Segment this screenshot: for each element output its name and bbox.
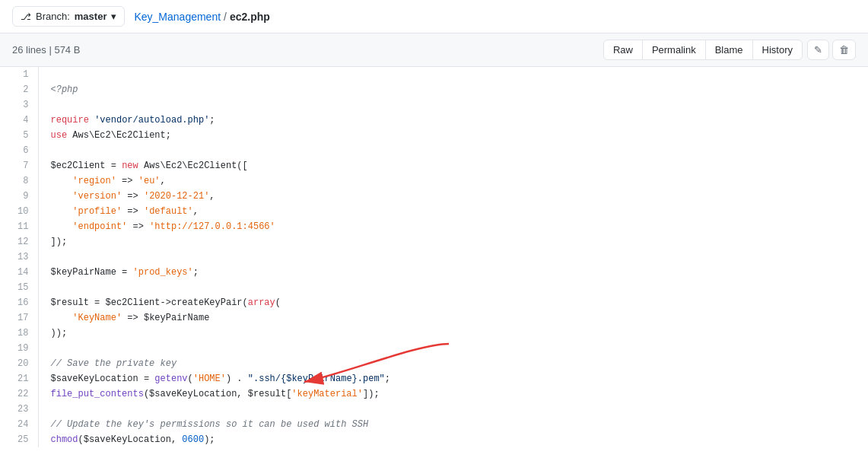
line-number: 4 bbox=[0, 113, 38, 128]
table-row: 21 $saveKeyLocation = getenv('HOME') . "… bbox=[0, 371, 868, 386]
raw-button[interactable]: Raw bbox=[603, 40, 643, 60]
table-row: 10 'profile' => 'default', bbox=[0, 204, 868, 219]
table-row: 13 bbox=[0, 250, 868, 265]
line-number: 13 bbox=[0, 250, 38, 265]
trash-icon: 🗑 bbox=[839, 44, 849, 56]
line-number: 15 bbox=[0, 280, 38, 295]
edit-button[interactable]: ✎ bbox=[807, 40, 829, 60]
file-meta-bar: 26 lines | 574 B Raw Permalink Blame His… bbox=[0, 33, 868, 67]
table-row: 22 file_put_contents($saveKeyLocation, $… bbox=[0, 386, 868, 402]
line-number: 2 bbox=[0, 82, 38, 97]
branch-name: master bbox=[75, 11, 107, 22]
line-number: 10 bbox=[0, 204, 38, 219]
line-code: // Save the private key bbox=[38, 356, 868, 371]
table-row: 20 // Save the private key bbox=[0, 356, 868, 371]
line-code: 'profile' => 'default', bbox=[38, 204, 868, 219]
permalink-button[interactable]: Permalink bbox=[642, 40, 706, 60]
line-code: 'KeyName' => $keyPairName bbox=[38, 310, 868, 326]
table-row: 5 use Aws\Ec2\Ec2Client; bbox=[0, 128, 868, 143]
breadcrumb-link[interactable]: Key_Management bbox=[134, 11, 221, 23]
line-code: 'endpoint' => 'http://127.0.0.1:4566' bbox=[38, 219, 868, 234]
line-code: 'region' => 'eu', bbox=[38, 173, 868, 189]
line-code: chmod($saveKeyLocation, 0600); bbox=[38, 432, 868, 447]
line-code bbox=[38, 402, 868, 417]
line-code: use Aws\Ec2\Ec2Client; bbox=[38, 128, 868, 143]
code-wrapper: 1 2 <?php 3 4 require 'vendor/autoload.p… bbox=[0, 67, 868, 447]
line-code bbox=[38, 67, 868, 82]
table-row: 19 bbox=[0, 341, 868, 356]
table-row: 9 'version' => '2020-12-21', bbox=[0, 189, 868, 204]
table-row: 12 ]); bbox=[0, 234, 868, 250]
line-code: file_put_contents($saveKeyLocation, $res… bbox=[38, 386, 868, 402]
line-number: 14 bbox=[0, 265, 38, 280]
line-number: 25 bbox=[0, 432, 38, 447]
blame-button[interactable]: Blame bbox=[705, 40, 753, 60]
line-code: $ec2Client = new Aws\Ec2\Ec2Client([ bbox=[38, 158, 868, 173]
table-row: 14 $keyPairName = 'prod_keys'; bbox=[0, 265, 868, 280]
line-number: 1 bbox=[0, 67, 38, 82]
line-number: 3 bbox=[0, 97, 38, 113]
line-code: ]); bbox=[38, 234, 868, 250]
table-row: 8 'region' => 'eu', bbox=[0, 173, 868, 189]
line-number: 21 bbox=[0, 371, 38, 386]
breadcrumb-separator: / bbox=[224, 11, 227, 23]
line-code bbox=[38, 143, 868, 158]
line-code: 'version' => '2020-12-21', bbox=[38, 189, 868, 204]
table-row: 3 bbox=[0, 97, 868, 113]
line-number: 7 bbox=[0, 158, 38, 173]
line-code: <?php bbox=[38, 82, 868, 97]
table-row: 15 bbox=[0, 280, 868, 295]
breadcrumb: Key_Management / ec2.php bbox=[134, 11, 269, 23]
line-number: 24 bbox=[0, 417, 38, 432]
line-number: 6 bbox=[0, 143, 38, 158]
branch-icon: ⎇ bbox=[21, 11, 31, 22]
branch-label: Branch: bbox=[36, 11, 70, 22]
line-code bbox=[38, 97, 868, 113]
line-code: $saveKeyLocation = getenv('HOME') . ".ss… bbox=[38, 371, 868, 386]
line-code bbox=[38, 341, 868, 356]
edit-icon: ✎ bbox=[814, 44, 822, 56]
chevron-down-icon: ▾ bbox=[111, 11, 116, 22]
table-row: 4 require 'vendor/autoload.php'; bbox=[0, 113, 868, 128]
file-info: 26 lines | 574 B bbox=[12, 44, 80, 56]
line-number: 23 bbox=[0, 402, 38, 417]
table-row: 16 $result = $ec2Client->createKeyPair(a… bbox=[0, 295, 868, 310]
line-number: 19 bbox=[0, 341, 38, 356]
line-code bbox=[38, 250, 868, 265]
table-row: 7 $ec2Client = new Aws\Ec2\Ec2Client([ bbox=[0, 158, 868, 173]
top-bar: ⎇ Branch: master ▾ Key_Management / ec2.… bbox=[0, 0, 868, 33]
line-code: $result = $ec2Client->createKeyPair(arra… bbox=[38, 295, 868, 310]
line-number: 11 bbox=[0, 219, 38, 234]
table-row: 2 <?php bbox=[0, 82, 868, 97]
table-row: 6 bbox=[0, 143, 868, 158]
table-row: 17 'KeyName' => $keyPairName bbox=[0, 310, 868, 326]
breadcrumb-current-file: ec2.php bbox=[230, 11, 270, 23]
file-actions-group: Raw Permalink Blame History ✎ 🗑 bbox=[603, 40, 856, 60]
table-row: 25 chmod($saveKeyLocation, 0600); bbox=[0, 432, 868, 447]
line-number: 5 bbox=[0, 128, 38, 143]
table-row: 11 'endpoint' => 'http://127.0.0.1:4566' bbox=[0, 219, 868, 234]
line-code: $keyPairName = 'prod_keys'; bbox=[38, 265, 868, 280]
line-code: require 'vendor/autoload.php'; bbox=[38, 113, 868, 128]
history-button[interactable]: History bbox=[752, 40, 803, 60]
line-number: 8 bbox=[0, 173, 38, 189]
line-number: 18 bbox=[0, 326, 38, 341]
line-code bbox=[38, 280, 868, 295]
table-row: 23 bbox=[0, 402, 868, 417]
table-row: 24 // Update the key's permissions so it… bbox=[0, 417, 868, 432]
line-number: 22 bbox=[0, 386, 38, 402]
line-code: )); bbox=[38, 326, 868, 341]
delete-button[interactable]: 🗑 bbox=[832, 40, 856, 60]
line-number: 12 bbox=[0, 234, 38, 250]
line-number: 16 bbox=[0, 295, 38, 310]
line-number: 17 bbox=[0, 310, 38, 326]
branch-selector[interactable]: ⎇ Branch: master ▾ bbox=[12, 6, 125, 27]
table-row: 18 )); bbox=[0, 326, 868, 341]
line-code: // Update the key's permissions so it ca… bbox=[38, 417, 868, 432]
table-row: 1 bbox=[0, 67, 868, 82]
file-action-buttons: Raw Permalink Blame History bbox=[603, 40, 803, 60]
line-number: 20 bbox=[0, 356, 38, 371]
code-table: 1 2 <?php 3 4 require 'vendor/autoload.p… bbox=[0, 67, 868, 447]
line-number: 9 bbox=[0, 189, 38, 204]
